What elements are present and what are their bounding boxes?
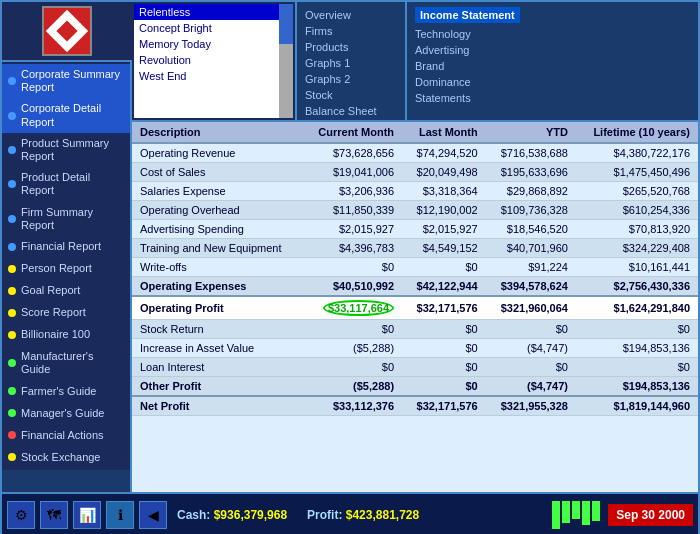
dot-icon xyxy=(8,331,16,339)
cell-current-month: $11,850,339 xyxy=(303,201,402,220)
cell-lifetime: $194,853,136 xyxy=(576,339,698,358)
nav-advertising[interactable]: Advertising xyxy=(415,42,520,58)
nav-overview[interactable]: Overview xyxy=(305,7,397,23)
sidebar-item-label: Product Summary Report xyxy=(21,137,124,163)
nav-dominance[interactable]: Dominance xyxy=(415,74,520,90)
cell-lifetime: $194,853,136 xyxy=(576,377,698,397)
cell-description: Operating Profit xyxy=(132,296,303,320)
nav-technology[interactable]: Technology xyxy=(415,26,520,42)
profit-label: Profit: xyxy=(307,508,342,522)
brand-item-relentless[interactable]: Relentless xyxy=(134,4,279,20)
cell-current-month: $73,628,656 xyxy=(303,143,402,163)
sidebar-item-score[interactable]: Score Report xyxy=(2,302,130,324)
sidebar-item-label: Person Report xyxy=(21,262,92,275)
nav-statements[interactable]: Statements xyxy=(415,90,520,106)
col-last-month: Last Month xyxy=(402,122,486,143)
nav-firms[interactable]: Firms xyxy=(305,23,397,39)
cell-ytd: ($4,747) xyxy=(486,339,576,358)
cell-last-month: $0 xyxy=(402,339,486,358)
sidebar-item-label: Farmer's Guide xyxy=(21,385,96,398)
cell-lifetime: $1,624,291,840 xyxy=(576,296,698,320)
cell-current-month: $4,396,783 xyxy=(303,239,402,258)
sidebar-item-financial-actions[interactable]: Financial Actions xyxy=(2,424,130,446)
cell-last-month: $0 xyxy=(402,358,486,377)
back-icon[interactable]: ◀ xyxy=(139,501,167,529)
status-bars xyxy=(552,501,600,529)
nav-balance-sheet[interactable]: Balance Sheet xyxy=(305,103,397,119)
status-date: Sep 30 2000 xyxy=(608,504,693,526)
cell-description: Increase in Asset Value xyxy=(132,339,303,358)
tools-icon[interactable]: ⚙ xyxy=(7,501,35,529)
nav-graphs2[interactable]: Graphs 2 xyxy=(305,71,397,87)
sidebar-item-farmers[interactable]: Farmer's Guide xyxy=(2,380,130,402)
cell-last-month: $20,049,498 xyxy=(402,163,486,182)
status-cash: Cash: $936,379,968 xyxy=(177,508,287,522)
brand-item-revolution[interactable]: Revolution xyxy=(134,52,279,68)
dot-icon xyxy=(8,309,16,317)
sidebar-item-corporate-detail[interactable]: Corporate Detail Report xyxy=(2,98,130,132)
brands-scrollbar[interactable] xyxy=(279,4,293,118)
chart-icon[interactable]: 📊 xyxy=(73,501,101,529)
brands-list[interactable]: Relentless Concept Bright Memory Today R… xyxy=(134,4,279,118)
income-statement-title[interactable]: Income Statement xyxy=(415,7,520,23)
cell-description: Cost of Sales xyxy=(132,163,303,182)
cell-ytd: $29,868,892 xyxy=(486,182,576,201)
cell-current-month: $0 xyxy=(303,320,402,339)
cell-description: Operating Overhead xyxy=(132,201,303,220)
cell-lifetime: $610,254,336 xyxy=(576,201,698,220)
sidebar-item-label: Financial Actions xyxy=(21,429,104,442)
cell-last-month: $0 xyxy=(402,377,486,397)
cell-last-month: $2,015,927 xyxy=(402,220,486,239)
cell-ytd: $394,578,624 xyxy=(486,277,576,297)
cell-lifetime: $1,475,450,496 xyxy=(576,163,698,182)
brand-item-concept-bright[interactable]: Concept Bright xyxy=(134,20,279,36)
cell-current-month: $33,117,664 xyxy=(303,296,402,320)
cell-ytd: $91,224 xyxy=(486,258,576,277)
sidebar-item-label: Product Detail Report xyxy=(21,171,124,197)
dot-icon xyxy=(8,409,16,417)
sidebar-item-product-detail[interactable]: Product Detail Report xyxy=(2,167,130,201)
scrollbar-thumb xyxy=(279,4,293,44)
cell-lifetime: $0 xyxy=(576,358,698,377)
status-bar: ⚙ 🗺 📊 ℹ ◀ Cash: $936,379,968 Profit: $42… xyxy=(2,492,698,534)
sidebar-item-billionaire[interactable]: Billionaire 100 xyxy=(2,324,130,346)
nav-graphs1[interactable]: Graphs 1 xyxy=(305,55,397,71)
content-area: Relentless Concept Bright Memory Today R… xyxy=(132,2,698,492)
sidebar-item-manufacturers[interactable]: Manufacturer's Guide xyxy=(2,346,130,380)
cell-last-month: $0 xyxy=(402,320,486,339)
nav-stock[interactable]: Stock xyxy=(305,87,397,103)
cell-ytd: $195,633,696 xyxy=(486,163,576,182)
sidebar-item-goal[interactable]: Goal Report xyxy=(2,280,130,302)
sidebar-item-product-summary[interactable]: Product Summary Report xyxy=(2,133,130,167)
dot-icon xyxy=(8,287,16,295)
cell-lifetime: $0 xyxy=(576,320,698,339)
table-row: Increase in Asset Value($5,288)$0($4,747… xyxy=(132,339,698,358)
logo-graphic xyxy=(46,10,88,52)
sidebar-item-person[interactable]: Person Report xyxy=(2,258,130,280)
sidebar-item-label: Financial Report xyxy=(21,240,101,253)
report-table: Description Current Month Last Month YTD… xyxy=(132,122,698,416)
sidebar-item-firm-summary[interactable]: Firm Summary Report xyxy=(2,202,130,236)
cash-label: Cash: xyxy=(177,508,210,522)
nav-brand[interactable]: Brand xyxy=(415,58,520,74)
sidebar-item-financial[interactable]: Financial Report xyxy=(2,236,130,258)
map-icon[interactable]: 🗺 xyxy=(40,501,68,529)
dot-icon xyxy=(8,180,16,188)
sidebar-item-managers[interactable]: Manager's Guide xyxy=(2,402,130,424)
sidebar-item-label: Billionaire 100 xyxy=(21,328,90,341)
cell-current-month: $0 xyxy=(303,358,402,377)
sidebar-item-corporate-summary[interactable]: Corporate Summary Report xyxy=(2,64,130,98)
brand-item-memory-today[interactable]: Memory Today xyxy=(134,36,279,52)
brand-item-west-end[interactable]: West End xyxy=(134,68,279,84)
cell-lifetime: $4,380,722,176 xyxy=(576,143,698,163)
cell-description: Advertising Spending xyxy=(132,220,303,239)
cash-value: $936,379,968 xyxy=(214,508,287,522)
info-icon[interactable]: ℹ xyxy=(106,501,134,529)
cell-ytd: $40,701,960 xyxy=(486,239,576,258)
sidebar-item-label: Corporate Summary Report xyxy=(21,68,124,94)
sidebar-item-label: Firm Summary Report xyxy=(21,206,124,232)
dot-icon xyxy=(8,453,16,461)
nav-products[interactable]: Products xyxy=(305,39,397,55)
cell-description: Operating Revenue xyxy=(132,143,303,163)
sidebar-item-stock-exchange[interactable]: Stock Exchange xyxy=(2,446,130,468)
